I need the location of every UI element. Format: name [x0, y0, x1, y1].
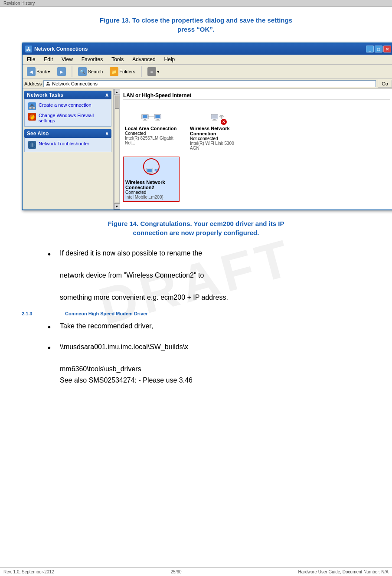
folders-label: Folders	[119, 69, 135, 74]
network-item-wireless[interactable]: ✕ Wireless Network Connection Not connec…	[188, 103, 245, 152]
see-also-header[interactable]: See Also ∧	[24, 129, 111, 138]
figure13-title-line1: Figure 13. To close the properties dialo…	[22, 16, 370, 25]
lan-icon	[141, 105, 162, 126]
see-also-body: i Network Troubleshooter	[24, 138, 111, 152]
xp-addressbar: Address 🖧 Network Connections Go	[23, 79, 392, 89]
content-section-label: LAN or High-Speed Internet	[123, 92, 390, 100]
scroll-down[interactable]: ▼	[114, 203, 120, 209]
xp-window: 🖧 Network Connections _ □ ✕ File Edit Vi…	[22, 43, 392, 210]
xp-titlebar[interactable]: 🖧 Network Connections _ □ ✕	[23, 43, 392, 55]
network-item-wireless2[interactable]: Wireless Network Connection2 Connected I…	[123, 157, 180, 202]
network-tasks-header[interactable]: Network Tasks ∧	[24, 91, 111, 99]
figure14-title: Figure 14. Congratulations. Your ecm200 …	[22, 219, 370, 237]
wireless2-status: Connected	[125, 190, 177, 195]
bullet-text-rename: If desired it is now also possible to re…	[60, 248, 228, 303]
address-input[interactable]: 🖧 Network Connections	[43, 80, 376, 87]
views-icon: ≡	[147, 67, 156, 76]
network-tasks-body: Create a new connection Change Windows F	[24, 99, 111, 127]
network-tasks-collapse[interactable]: ∧	[105, 92, 109, 98]
menu-tools[interactable]: Tools	[109, 56, 126, 63]
back-dropdown[interactable]: ▾	[48, 69, 50, 75]
menu-edit[interactable]: Edit	[41, 56, 56, 63]
firewall-icon	[28, 113, 36, 121]
doc-header: Revision History	[0, 0, 392, 7]
section-213-title: Comneon High Speed Modem Driver	[65, 311, 148, 316]
bullet-dot3: •	[48, 341, 54, 354]
wireless-status: Not connected	[190, 136, 243, 141]
svg-rect-12	[143, 120, 147, 120]
address-label: Address	[24, 81, 42, 86]
section-213-row: 2.1.3 Comneon High Speed Modem Driver	[22, 311, 370, 316]
network-icons-row1: Local Area Connection Connected Intel(R)…	[123, 103, 390, 152]
svg-rect-19	[212, 115, 217, 118]
sidebar-scrollbar[interactable]: ▲ ▼	[114, 89, 120, 209]
svg-rect-17	[155, 120, 160, 120]
views-button[interactable]: ≡ ▾	[145, 66, 162, 77]
xp-menubar: File Edit View Favorites Tools Advanced …	[23, 55, 392, 65]
menu-advanced[interactable]: Advanced	[130, 56, 158, 63]
network-tasks-section: Network Tasks ∧	[24, 91, 111, 127]
maximize-button[interactable]: □	[375, 46, 382, 52]
svg-rect-15	[155, 115, 160, 118]
toolbar-separator2	[141, 66, 142, 77]
svg-rect-10	[143, 115, 147, 118]
scroll-track	[114, 95, 120, 203]
xp-sidebar: Network Tasks ∧	[23, 89, 114, 209]
forward-button[interactable]: ▶	[55, 66, 69, 77]
folders-button[interactable]: 📁 Folders	[107, 66, 138, 77]
minimize-button[interactable]: _	[366, 46, 374, 52]
bullet-list-section1: • If desired it is now also possible to …	[22, 248, 370, 303]
bullet-list-section2: • Take the recommended driver, • \\musds…	[22, 321, 370, 386]
highlight-circle	[143, 158, 160, 175]
search-button[interactable]: 🔍 Search	[75, 66, 105, 77]
back-button[interactable]: ◀ Back ▾	[24, 66, 53, 77]
wireless-info: Wireless Network Connection Not connecte…	[190, 126, 243, 151]
footer-revision: Rev. 1.0, September-2012	[3, 569, 54, 574]
wireless-name: Wireless Network Connection	[190, 126, 243, 136]
bullet-item-driver: • Take the recommended driver,	[22, 321, 370, 334]
bullet-item-path: • \\musdsara001.imu.imc.local\SW_builds\…	[22, 341, 370, 386]
svg-rect-11	[144, 119, 146, 120]
figure14-title-line1: Figure 14. Congratulations. Your ecm200 …	[22, 219, 370, 228]
section-213-number: 2.1.3	[22, 311, 56, 316]
bullet-item-rename: • If desired it is now also possible to …	[22, 248, 370, 303]
menu-file[interactable]: File	[24, 56, 38, 63]
not-connected-badge: ✕	[221, 119, 227, 125]
create-connection-label: Create a new connection	[39, 102, 91, 108]
wireless2-name: Wireless Network Connection2	[125, 180, 177, 190]
menu-help[interactable]: Help	[162, 56, 178, 63]
doc-footer: Rev. 1.0, September-2012 25/60 Hardware …	[0, 567, 392, 576]
see-also-collapse[interactable]: ∧	[105, 131, 109, 137]
bullet-dot: •	[48, 248, 54, 261]
search-label: Search	[88, 69, 103, 74]
close-button[interactable]: ✕	[383, 46, 391, 52]
see-also-section: See Also ∧ i Net	[24, 129, 111, 152]
troubleshooter-label: Network Troubleshooter	[39, 141, 89, 146]
svg-rect-1	[33, 107, 35, 109]
wireless2-desc: Intel Mobile...m200)	[125, 195, 177, 200]
svg-rect-0	[29, 107, 32, 109]
xp-titlebar-left: 🖧 Network Connections	[25, 46, 88, 52]
figure13-title-line2: press “OK”.	[22, 25, 370, 34]
go-button[interactable]: Go	[378, 80, 392, 88]
bullet-text-path: \\musdsara001.imu.imc.local\SW_builds\xm…	[60, 341, 193, 386]
xp-main-pane: Network Tasks ∧	[23, 89, 392, 209]
scroll-up[interactable]: ▲	[114, 89, 120, 95]
scroll-thumb[interactable]	[115, 96, 119, 109]
xp-titlebar-buttons: _ □ ✕	[366, 46, 391, 52]
sidebar-item-firewall[interactable]: Change Windows Firewall settings	[28, 111, 108, 124]
xp-toolbar: ◀ Back ▾ ▶ 🔍 Search 📁 Folders ≡ ▾	[23, 65, 392, 79]
see-also-label: See Also	[27, 131, 49, 137]
svg-text:i: i	[32, 143, 33, 147]
sidebar-item-troubleshooter[interactable]: i Network Troubleshooter	[28, 140, 108, 150]
sidebar-item-create-connection[interactable]: Create a new connection	[28, 101, 108, 111]
wireless2-icon	[141, 159, 162, 180]
network-item-lan[interactable]: Local Area Connection Connected Intel(R)…	[123, 103, 180, 152]
views-dropdown[interactable]: ▾	[157, 69, 160, 75]
svg-rect-16	[157, 119, 159, 120]
address-value: Network Connections	[52, 81, 98, 86]
xp-content-area: LAN or High-Speed Internet	[120, 89, 392, 209]
menu-favorites[interactable]: Favorites	[79, 56, 105, 63]
footer-page: 25/60	[171, 569, 182, 574]
menu-view[interactable]: View	[59, 56, 75, 63]
